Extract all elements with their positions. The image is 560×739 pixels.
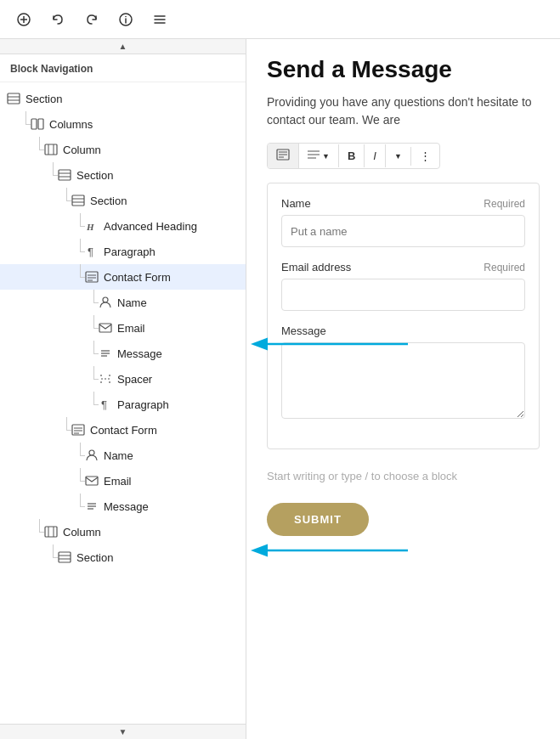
nav-item-contact-form-2[interactable]: Contact Form bbox=[0, 417, 246, 443]
columns-icon bbox=[31, 117, 44, 131]
message-label-row: Message bbox=[281, 324, 525, 337]
nav-item-section-4[interactable]: Section bbox=[0, 544, 246, 570]
nav-item-advanced-heading[interactable]: H Advanced Heading bbox=[0, 213, 246, 239]
section-icon bbox=[7, 92, 20, 105]
message-field-label: Message bbox=[281, 324, 326, 337]
name-field-row: Name Required bbox=[281, 197, 525, 247]
name-label-row: Name Required bbox=[281, 197, 525, 210]
message-field-row: Message bbox=[281, 324, 525, 421]
svg-rect-14 bbox=[45, 144, 57, 155]
email-label-row: Email address Required bbox=[281, 261, 525, 274]
text-align-dropdown-icon: ▼ bbox=[322, 152, 330, 161]
nav-item-email-2[interactable]: Email bbox=[0, 468, 246, 494]
nav-item-contact-form-1[interactable]: Contact Form bbox=[0, 264, 246, 290]
info-button[interactable] bbox=[112, 6, 139, 33]
nav-item-label-advanced-heading: Advanced Heading bbox=[104, 220, 197, 233]
name-required-badge: Required bbox=[484, 198, 525, 210]
block-placeholder: Start writing or type / to choose a bloc… bbox=[267, 463, 540, 489]
nav-item-label-column-2: Column bbox=[63, 526, 101, 539]
svg-rect-17 bbox=[59, 170, 71, 180]
undo-button[interactable] bbox=[44, 6, 71, 33]
spacer-icon bbox=[99, 372, 112, 386]
svg-rect-12 bbox=[31, 119, 37, 129]
page-description: Providing you have any questions don't h… bbox=[267, 93, 540, 129]
add-block-button[interactable] bbox=[10, 6, 37, 33]
italic-button[interactable]: I bbox=[365, 144, 386, 167]
svg-rect-30 bbox=[99, 324, 111, 332]
nav-item-name-1[interactable]: Name bbox=[0, 290, 246, 315]
svg-point-5 bbox=[125, 15, 127, 17]
svg-rect-49 bbox=[45, 527, 57, 537]
contact-form-icon-1 bbox=[85, 270, 99, 284]
nav-item-label-paragraph-2: Paragraph bbox=[117, 398, 169, 411]
text-align-button[interactable]: ▼ bbox=[299, 144, 339, 167]
email-input[interactable] bbox=[281, 279, 525, 311]
nav-item-name-2[interactable]: Name bbox=[0, 443, 246, 468]
svg-rect-52 bbox=[59, 552, 71, 562]
page-description-text: Providing you have any questions don't h… bbox=[267, 95, 532, 127]
section-icon-4 bbox=[58, 550, 71, 564]
nav-item-label-section-1: Section bbox=[25, 93, 62, 105]
scroll-up-button[interactable]: ▲ bbox=[0, 39, 246, 54]
nav-item-email-1[interactable]: Email bbox=[0, 315, 246, 341]
main-toolbar bbox=[0, 0, 560, 39]
paragraph-icon-1: ¶ bbox=[85, 245, 99, 258]
main-content: ▲ Block Navigation Section bbox=[0, 39, 560, 739]
svg-rect-9 bbox=[8, 93, 20, 104]
nav-item-label-email-1: Email bbox=[117, 322, 145, 335]
nav-item-paragraph-1[interactable]: ¶ Paragraph bbox=[0, 239, 246, 264]
left-panel: ▲ Block Navigation Section bbox=[0, 39, 246, 739]
column-icon-2 bbox=[44, 525, 58, 539]
svg-rect-13 bbox=[38, 119, 43, 129]
nav-item-label-contact-form-1: Contact Form bbox=[104, 271, 171, 284]
nav-item-message-1[interactable]: Message bbox=[0, 341, 246, 366]
align-block-icon bbox=[276, 149, 290, 163]
nav-item-column-1[interactable]: Column bbox=[0, 137, 246, 162]
more-options-button[interactable]: ⋮ bbox=[411, 144, 439, 167]
format-dropdown-button[interactable]: ▼ bbox=[386, 147, 411, 166]
nav-item-label-column-1: Column bbox=[63, 144, 101, 156]
page-title: Send a Message bbox=[267, 56, 540, 83]
svg-point-44 bbox=[89, 450, 94, 455]
nav-item-columns[interactable]: Columns bbox=[0, 111, 246, 137]
name-icon-1 bbox=[99, 296, 112, 309]
format-toolbar: ▼ B I ▼ ⋮ bbox=[267, 143, 440, 169]
redo-button[interactable] bbox=[78, 6, 105, 33]
nav-item-label-section-2: Section bbox=[76, 169, 113, 182]
section-icon-3 bbox=[71, 194, 85, 207]
message-icon-2 bbox=[85, 499, 99, 513]
message-icon-1 bbox=[99, 347, 112, 360]
message-input[interactable] bbox=[281, 342, 525, 419]
align-block-button[interactable] bbox=[268, 144, 299, 168]
name-input[interactable] bbox=[281, 215, 525, 247]
email-icon-1 bbox=[99, 321, 112, 335]
format-dropdown-icon: ▼ bbox=[394, 152, 402, 161]
nav-item-paragraph-2[interactable]: ¶ Paragraph bbox=[0, 392, 246, 417]
nav-item-section-2[interactable]: Section bbox=[0, 162, 246, 188]
nav-item-section-1[interactable]: Section bbox=[0, 86, 246, 111]
more-options-icon: ⋮ bbox=[420, 149, 431, 162]
menu-button[interactable] bbox=[146, 6, 173, 33]
email-field-label: Email address bbox=[281, 261, 351, 274]
email-required-badge: Required bbox=[484, 262, 525, 274]
nav-item-message-2[interactable]: Message bbox=[0, 494, 246, 519]
contact-form-section: Name Required Email address Required Mes… bbox=[267, 183, 540, 449]
submit-button[interactable]: SUBMIT bbox=[267, 503, 369, 536]
contact-form-icon-2 bbox=[71, 423, 85, 437]
nav-item-column-2[interactable]: Column bbox=[0, 519, 246, 544]
block-navigation-header: Block Navigation bbox=[0, 54, 246, 82]
nav-item-label-message-1: Message bbox=[117, 347, 162, 360]
bold-button[interactable]: B bbox=[339, 144, 365, 167]
text-align-icon bbox=[308, 149, 320, 162]
email-icon-2 bbox=[85, 474, 99, 488]
nav-item-section-3[interactable]: Section bbox=[0, 188, 246, 213]
nav-item-spacer-1[interactable]: Spacer bbox=[0, 366, 246, 392]
nav-item-label-columns: Columns bbox=[49, 118, 93, 131]
scroll-down-button[interactable]: ▼ bbox=[0, 724, 246, 739]
svg-point-29 bbox=[103, 297, 108, 302]
nav-item-label-name-1: Name bbox=[117, 296, 147, 309]
nav-item-label-name-2: Name bbox=[104, 449, 133, 462]
svg-rect-20 bbox=[72, 195, 84, 206]
svg-text:¶: ¶ bbox=[101, 398, 107, 411]
email-field-row: Email address Required bbox=[281, 261, 525, 311]
